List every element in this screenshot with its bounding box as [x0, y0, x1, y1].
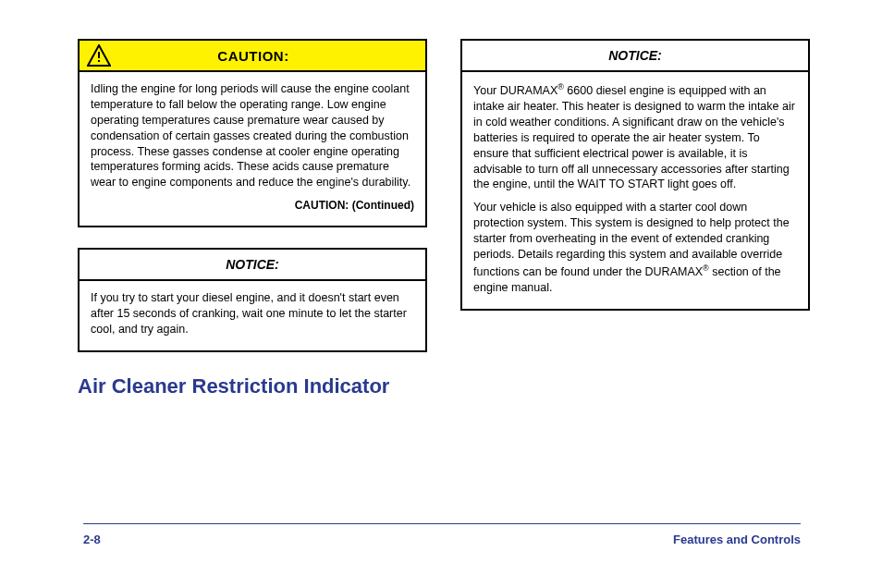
two-column-layout: CAUTION: Idling the engine for long peri…: [78, 39, 810, 398]
caution-body-text: Idling the engine for long periods will …: [91, 81, 414, 190]
page-content: CAUTION: Idling the engine for long peri…: [78, 39, 810, 398]
page-footer: 2-8 Features and Controls: [83, 533, 801, 546]
caution-header: CAUTION:: [80, 41, 425, 72]
section-title: Air Cleaner Restriction Indicator: [78, 374, 427, 398]
caution-continued: CAUTION: (Continued): [91, 198, 414, 213]
warning-triangle-icon: [87, 44, 111, 67]
notice-1-text: If you try to start your diesel engine, …: [91, 290, 414, 337]
notice-2-para-1: Your DURAMAX® 6600 diesel engine is equi…: [473, 81, 797, 192]
svg-rect-1: [98, 52, 100, 58]
section-name: Features and Controls: [673, 533, 801, 546]
caution-label: CAUTION:: [111, 48, 418, 64]
page-number: 2-8: [83, 533, 101, 546]
notice-2-body: Your DURAMAX® 6600 diesel engine is equi…: [462, 72, 808, 309]
notice-1-body: If you try to start your diesel engine, …: [80, 281, 425, 350]
notice-box-1: NOTICE: If you try to start your diesel …: [78, 248, 427, 352]
notice-box-2: NOTICE: Your DURAMAX® 6600 diesel engine…: [460, 39, 810, 311]
left-column: CAUTION: Idling the engine for long peri…: [78, 39, 427, 398]
caution-body: Idling the engine for long periods will …: [80, 72, 425, 226]
notice-2-title: NOTICE:: [462, 41, 808, 72]
notice-1-title: NOTICE:: [80, 250, 425, 281]
notice-2-para-2: Your vehicle is also equipped with a sta…: [473, 200, 797, 295]
right-column: NOTICE: Your DURAMAX® 6600 diesel engine…: [460, 39, 810, 398]
footer-divider: [83, 523, 801, 524]
svg-rect-2: [98, 60, 100, 62]
caution-box: CAUTION: Idling the engine for long peri…: [78, 39, 427, 227]
